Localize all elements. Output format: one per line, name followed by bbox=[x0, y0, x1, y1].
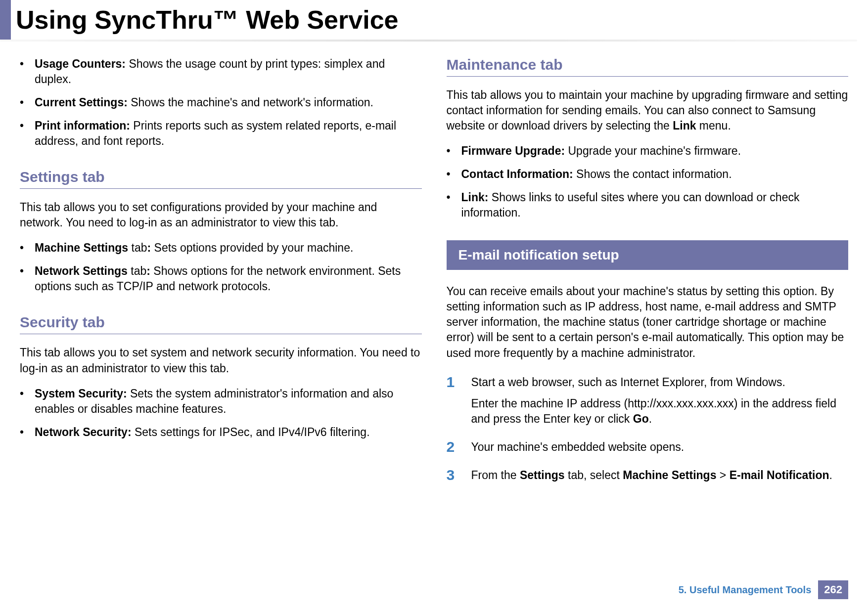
list-label: Machine Settings bbox=[35, 241, 128, 254]
list-content: Link: Shows links to useful sites where … bbox=[461, 190, 849, 220]
step-3-b1: Settings bbox=[520, 469, 565, 482]
step-3-text: From the Settings tab, select Machine Se… bbox=[471, 468, 849, 483]
list-item: • Machine Settings tab: Sets options pro… bbox=[20, 240, 422, 256]
list-content: Machine Settings tab: Sets options provi… bbox=[35, 240, 422, 256]
section-title-maintenance: Maintenance tab bbox=[447, 56, 849, 73]
list-content: Contact Information: Shows the contact i… bbox=[461, 167, 849, 182]
list-item: • Print information: Prints reports such… bbox=[20, 118, 422, 149]
bullet-icon: • bbox=[447, 143, 461, 159]
section-divider bbox=[20, 334, 422, 334]
step-text: Start a web browser, such as Internet Ex… bbox=[471, 375, 849, 427]
list-label: System Security: bbox=[35, 387, 127, 400]
step-number: 3 bbox=[447, 468, 471, 483]
step-1-p1: Start a web browser, such as Internet Ex… bbox=[471, 375, 849, 390]
list-label: Link: bbox=[461, 191, 489, 204]
security-bullet-list: • System Security: Sets the system admin… bbox=[20, 386, 422, 440]
list-desc: Shows links to useful sites where you ca… bbox=[461, 191, 800, 219]
step-3-b3: E-mail Notification bbox=[730, 469, 829, 482]
settings-bullet-list: • Machine Settings tab: Sets options pro… bbox=[20, 240, 422, 294]
header-accent-bar bbox=[0, 0, 11, 40]
security-intro: This tab allows you to set system and ne… bbox=[20, 345, 422, 376]
list-item: • Link: Shows links to useful sites wher… bbox=[447, 190, 849, 220]
section-title-settings: Settings tab bbox=[20, 169, 422, 185]
step-1-p2-bold: Go bbox=[633, 412, 649, 425]
section-title-security: Security tab bbox=[20, 314, 422, 331]
list-desc: Shows the contact information. bbox=[573, 168, 732, 180]
list-content: System Security: Sets the system adminis… bbox=[35, 386, 422, 417]
step-1: 1 Start a web browser, such as Internet … bbox=[447, 375, 849, 427]
bullet-icon: • bbox=[20, 425, 35, 440]
section-block-email-setup: E-mail notification setup bbox=[447, 240, 849, 270]
page-number: 262 bbox=[818, 580, 848, 599]
bullet-icon: • bbox=[20, 386, 35, 417]
list-label: Network Settings bbox=[35, 264, 128, 277]
content-columns: • Usage Counters: Shows the usage count … bbox=[0, 42, 868, 496]
page-title: Using SyncThru™ Web Service bbox=[11, 0, 398, 40]
step-3: 3 From the Settings tab, select Machine … bbox=[447, 468, 849, 483]
list-desc: Upgrade your machine's firmware. bbox=[565, 144, 741, 157]
list-label: Print information: bbox=[35, 119, 130, 132]
step-1-p2: Enter the machine IP address (http://xxx… bbox=[471, 396, 849, 427]
bullet-icon: • bbox=[20, 95, 35, 110]
section-divider bbox=[20, 188, 422, 189]
bullet-icon: • bbox=[20, 263, 35, 294]
page-footer: 5. Useful Management Tools 262 bbox=[679, 580, 848, 599]
step-text: From the Settings tab, select Machine Se… bbox=[471, 468, 849, 483]
list-label: Contact Information: bbox=[461, 168, 573, 180]
settings-intro: This tab allows you to set configuration… bbox=[20, 200, 422, 230]
list-item: • Network Settings tab: Shows options fo… bbox=[20, 263, 422, 294]
step-2: 2 Your machine's embedded website opens. bbox=[447, 439, 849, 455]
step-text: Your machine's embedded website opens. bbox=[471, 439, 849, 455]
bullet-icon: • bbox=[447, 190, 461, 220]
list-content: Print information: Prints reports such a… bbox=[35, 118, 422, 149]
step-3-post: . bbox=[829, 469, 832, 482]
bullet-icon: • bbox=[20, 240, 35, 256]
email-setup-intro: You can receive emails about your machin… bbox=[447, 284, 849, 360]
list-content: Usage Counters: Shows the usage count by… bbox=[35, 56, 422, 87]
list-mid: tab bbox=[128, 241, 147, 254]
list-item: • Usage Counters: Shows the usage count … bbox=[20, 56, 422, 87]
list-colon: : bbox=[146, 264, 150, 277]
list-content: Network Security: Sets settings for IPSe… bbox=[35, 425, 422, 440]
list-item: • Firmware Upgrade: Upgrade your machine… bbox=[447, 143, 849, 159]
maintenance-intro: This tab allows you to maintain your mac… bbox=[447, 88, 849, 133]
list-label: Firmware Upgrade: bbox=[461, 144, 565, 157]
list-item: • System Security: Sets the system admin… bbox=[20, 386, 422, 417]
maintenance-intro-pre: This tab allows you to maintain your mac… bbox=[447, 88, 848, 132]
top-bullet-list: • Usage Counters: Shows the usage count … bbox=[20, 56, 422, 149]
step-number: 2 bbox=[447, 439, 471, 455]
list-label: Usage Counters: bbox=[35, 57, 126, 70]
list-content: Current Settings: Shows the machine's an… bbox=[35, 95, 422, 110]
bullet-icon: • bbox=[20, 118, 35, 149]
footer-chapter-label: 5. Useful Management Tools bbox=[679, 584, 812, 596]
list-content: Network Settings tab: Shows options for … bbox=[35, 263, 422, 294]
list-item: • Current Settings: Shows the machine's … bbox=[20, 95, 422, 110]
list-mid: tab bbox=[128, 264, 146, 277]
maintenance-intro-bold: Link bbox=[673, 119, 696, 132]
list-desc: Shows the machine's and network's inform… bbox=[128, 96, 373, 109]
list-desc: Sets settings for IPSec, and IPv4/IPv6 f… bbox=[132, 426, 370, 438]
list-item: • Contact Information: Shows the contact… bbox=[447, 167, 849, 182]
step-2-text: Your machine's embedded website opens. bbox=[471, 439, 849, 455]
step-1-p2-pre: Enter the machine IP address (http://xxx… bbox=[471, 397, 836, 425]
left-column: • Usage Counters: Shows the usage count … bbox=[20, 56, 422, 496]
list-label: Network Security: bbox=[35, 426, 132, 438]
step-1-p2-post: . bbox=[649, 412, 652, 425]
right-column: Maintenance tab This tab allows you to m… bbox=[447, 56, 849, 496]
page-header: Using SyncThru™ Web Service bbox=[0, 0, 868, 40]
list-desc: Sets options provided by your machine. bbox=[151, 241, 353, 254]
section-divider bbox=[447, 76, 849, 77]
maintenance-intro-post: menu. bbox=[696, 119, 731, 132]
step-number: 1 bbox=[447, 375, 471, 427]
maintenance-bullet-list: • Firmware Upgrade: Upgrade your machine… bbox=[447, 143, 849, 220]
step-3-b2: Machine Settings bbox=[623, 469, 716, 482]
bullet-icon: • bbox=[447, 167, 461, 182]
list-label: Current Settings: bbox=[35, 96, 128, 109]
step-3-mid2: > bbox=[716, 469, 729, 482]
steps-list: 1 Start a web browser, such as Internet … bbox=[447, 375, 849, 483]
bullet-icon: • bbox=[20, 56, 35, 87]
step-3-pre: From the bbox=[471, 469, 520, 482]
step-3-mid1: tab, select bbox=[565, 469, 623, 482]
list-content: Firmware Upgrade: Upgrade your machine's… bbox=[461, 143, 849, 159]
list-item: • Network Security: Sets settings for IP… bbox=[20, 425, 422, 440]
